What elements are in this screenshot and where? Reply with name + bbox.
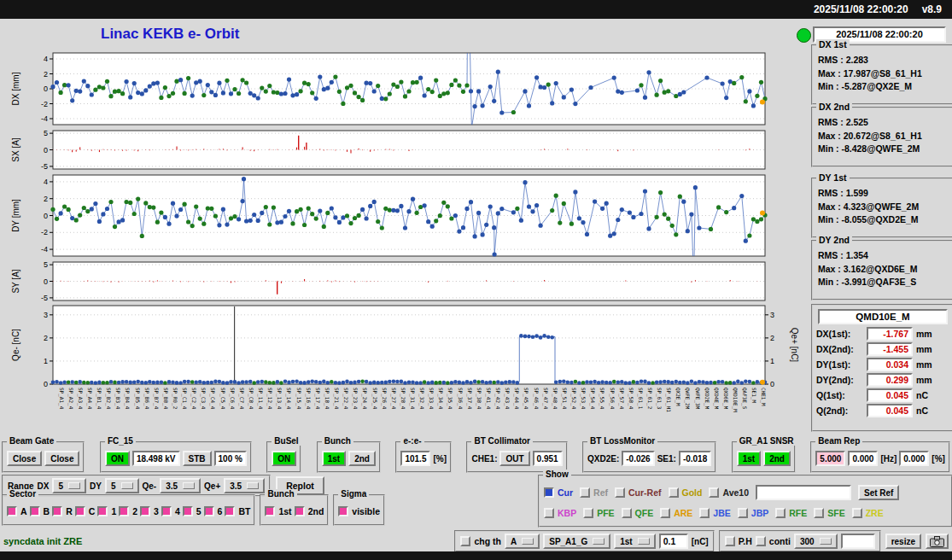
gr-1st-button[interactable]: 1st	[737, 451, 761, 466]
svg-text:0: 0	[770, 380, 774, 388]
show-cur-ref-checkbox[interactable]: Cur-Ref	[615, 487, 662, 498]
selected-monitor-panel: QMD10E_M DX(1st): -1.767 mm DX(2nd): -1.…	[811, 304, 952, 432]
beam-status-indicator	[797, 28, 811, 43]
sector-checkbox-4[interactable]: 4	[161, 506, 180, 516]
fc15-on-button[interactable]: ON	[105, 451, 130, 466]
show-are-checkbox[interactable]: ARE	[660, 508, 692, 518]
camera-icon	[930, 536, 944, 547]
points-select[interactable]: 300	[794, 534, 838, 549]
svg-text:5: 5	[44, 129, 48, 137]
bunch-2nd-button[interactable]: 2nd	[348, 451, 376, 466]
che1-out-button[interactable]: OUT	[499, 451, 529, 466]
status-controls: chg th A SP_A1_G 1st [nC] P.H conti 300 …	[454, 530, 949, 552]
range-qe-minus-select[interactable]: 3.5	[160, 478, 201, 493]
stat-min: Min : -5.287@QX2E_M	[818, 80, 952, 94]
beam-gate-close-button-1[interactable]: Close	[7, 451, 42, 466]
threshold-input[interactable]	[659, 534, 688, 549]
fc15-percent-readout: 100 %	[214, 451, 247, 466]
sector-checkbox-bt[interactable]: BT	[225, 506, 250, 516]
bunch-1st-button[interactable]: 1st	[322, 451, 346, 466]
sector-checkbox-1[interactable]: 1	[97, 506, 116, 516]
show-sfe-checkbox[interactable]: SFE	[814, 508, 844, 518]
threshold-panel: chg th A SP_A1_G 1st [nC]	[454, 530, 714, 552]
svg-text:SP_A1_4: SP_A1_4	[58, 388, 65, 410]
svg-text:SP_61_2: SP_61_2	[646, 388, 653, 410]
qmd-row: Q(2nd): 0.045 nC	[816, 404, 949, 417]
svg-text:QWFE_3M: QWFE_3M	[694, 388, 701, 410]
show-zre-checkbox[interactable]: ZRE	[852, 508, 884, 518]
svg-text:SP_C3_4: SP_C3_4	[200, 388, 207, 410]
bunch-select[interactable]: 1st	[614, 534, 655, 549]
se1-label: SE1:	[657, 454, 676, 464]
checkbox-indicator	[295, 506, 305, 516]
set-ref-button[interactable]: Set Ref	[858, 485, 899, 500]
show-jbp-checkbox[interactable]: JBP	[738, 508, 768, 518]
stat-group-title: DX 2nd	[816, 102, 852, 112]
svg-text:SP_38_4: SP_38_4	[476, 388, 482, 410]
bunch-2nd-checkbox[interactable]: 2nd	[295, 506, 324, 516]
sector-checkbox-b[interactable]: B	[30, 506, 50, 516]
beam-gate-close-button-2[interactable]: Close	[44, 451, 79, 466]
sigma-visible-checkbox[interactable]: visible	[338, 506, 380, 516]
sector-checkbox-5[interactable]: 5	[183, 506, 201, 516]
sector-checkbox-r[interactable]: R	[52, 506, 73, 516]
beam-rep-set-readout: 5.000	[815, 451, 845, 466]
svg-text:SP_27_4: SP_27_4	[390, 388, 397, 410]
range-dy-select[interactable]: 5	[105, 478, 139, 493]
sector-checkbox-a[interactable]: A	[7, 506, 27, 516]
show-ave10-checkbox[interactable]: Ave10	[709, 487, 749, 498]
svg-text:DX [mm]: DX [mm]	[11, 72, 20, 105]
range-dy-label: DY	[90, 481, 102, 491]
sector-checkbox-2[interactable]: 2	[119, 506, 137, 516]
busel-on-button[interactable]: ON	[272, 451, 296, 466]
range-qe-plus-select[interactable]: 3.5	[224, 478, 265, 493]
svg-text:SP_25_4: SP_25_4	[371, 388, 378, 410]
show-ref-checkbox[interactable]: Ref	[580, 487, 608, 498]
svg-text:SP_31_4: SP_31_4	[409, 388, 416, 410]
monitor-select[interactable]: SP_A1_G	[543, 534, 610, 549]
sector-checkbox-c[interactable]: C	[75, 506, 96, 516]
checkbox-indicator	[738, 508, 748, 518]
ref-name-input[interactable]	[756, 485, 851, 500]
svg-text:QXD2E_M: QXD2E_M	[704, 388, 710, 410]
points-input[interactable]	[841, 534, 875, 549]
fc15-stb-button[interactable]: STB	[183, 451, 212, 466]
show-gold-checkbox[interactable]: Gold	[669, 487, 703, 498]
show-qfe-checkbox[interactable]: QFE	[622, 508, 654, 518]
checkbox-indicator	[7, 506, 17, 516]
ph-checkbox[interactable]: P.H	[725, 536, 752, 546]
svg-text:SP_37_4: SP_37_4	[466, 388, 473, 410]
window-bottom-bar	[0, 551, 952, 560]
show-pfe-checkbox[interactable]: PFE	[583, 508, 614, 518]
svg-text:SP_13_4: SP_13_4	[276, 388, 283, 410]
show-kbp-checkbox[interactable]: KBP	[544, 508, 576, 518]
checkbox-indicator	[544, 487, 554, 498]
group-ee-ratio: e-:e- 101.5 [%]	[395, 441, 452, 473]
stat-min: Min : -8.055@QXD2E_M	[818, 213, 952, 227]
chg-th-checkbox[interactable]: chg th	[460, 536, 501, 546]
checkbox-indicator	[75, 506, 85, 516]
qmd-value: 0.299	[867, 373, 913, 387]
beam-rep-hz-unit: [Hz]	[880, 454, 897, 464]
svg-text:SP_42_4: SP_42_4	[494, 388, 501, 410]
beam-rep-pct-readout: 0.000	[899, 451, 929, 466]
show-jbe-checkbox[interactable]: JBE	[699, 508, 730, 518]
conti-checkbox[interactable]: conti	[756, 536, 791, 546]
show-cur-checkbox[interactable]: Cur	[544, 487, 573, 498]
sector-checkbox-3[interactable]: 3	[140, 506, 159, 516]
level-select[interactable]: A	[505, 534, 540, 549]
camera-button[interactable]	[926, 534, 949, 549]
svg-text:CHE1_M: CHE1_M	[760, 388, 767, 406]
svg-text:SP_61_1: SP_61_1	[637, 388, 644, 410]
range-dx-select[interactable]: 5	[52, 478, 86, 493]
gr-2nd-button[interactable]: 2nd	[763, 451, 791, 466]
checkbox-indicator	[725, 536, 735, 546]
svg-text:SP_A4_4: SP_A4_4	[86, 388, 93, 410]
bunch-1st-checkbox[interactable]: 1st	[265, 506, 291, 516]
qmd-row: DX(2nd): -1.455 mm	[816, 342, 949, 356]
svg-text:DY [mm]: DY [mm]	[11, 199, 20, 232]
resize-button[interactable]: resize	[885, 534, 921, 549]
stat-group-title: DY 1st	[816, 172, 850, 183]
show-rfe-checkbox[interactable]: RFE	[775, 508, 807, 518]
sector-checkbox-6[interactable]: 6	[204, 506, 223, 516]
